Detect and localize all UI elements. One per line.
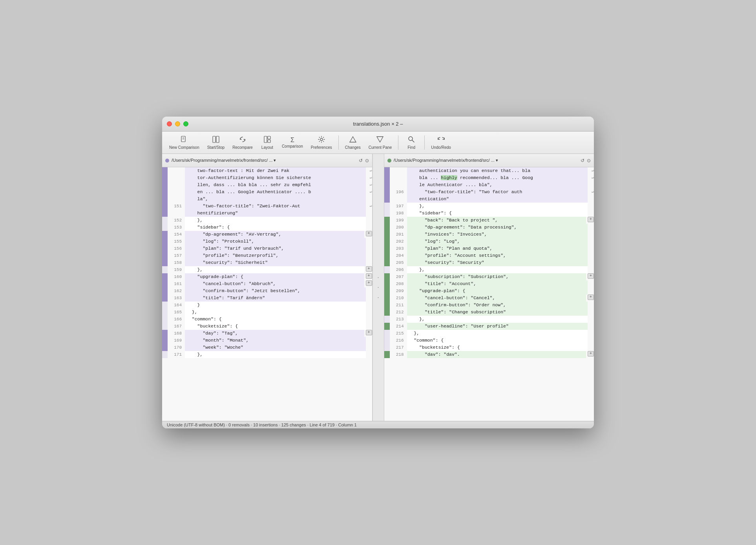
table-row: 204 "profile": "Account settings", — [384, 252, 594, 259]
line-content: "invoices": "Invoices", — [407, 231, 588, 238]
svg-marker-10 — [377, 137, 383, 142]
line-number — [390, 167, 407, 174]
line-content: "back": "Back to project ", — [407, 217, 586, 224]
add-line-button[interactable]: + — [366, 330, 372, 335]
line-number: 152 — [168, 217, 185, 224]
line-content: en ... bla ... Google Authenticator ....… — [185, 188, 366, 196]
line-number — [390, 174, 407, 181]
preferences-button[interactable]: Preferences — [308, 134, 335, 151]
add-line-button[interactable]: + — [588, 294, 594, 300]
table-row: 170 "week": "Woche" — [162, 344, 372, 351]
line-content: "common": { — [185, 316, 366, 323]
right-pane-settings-icon[interactable]: ⊙ — [587, 158, 591, 163]
line-number: 211 — [390, 302, 407, 309]
wrap-icon — [588, 280, 594, 287]
line-content: "common": { — [407, 337, 588, 344]
new-comparison-label: New Comparison — [169, 145, 199, 150]
start-stop-icon — [212, 135, 220, 144]
find-button[interactable]: Find — [402, 134, 421, 151]
current-pane-button[interactable]: Current Pane — [365, 134, 395, 151]
line-gutter — [162, 294, 168, 302]
table-row: 212 "title": "Change subscription" — [384, 309, 594, 316]
maximize-button[interactable] — [183, 121, 188, 126]
left-pane-settings-icon[interactable]: ⊙ — [365, 158, 369, 163]
wrap-icon — [366, 210, 372, 217]
line-content: "log": "Log", — [407, 238, 588, 245]
table-row: 152 }, — [162, 217, 372, 224]
table-row: 162 "confirm-button": "Jetzt bestellen", — [162, 287, 372, 294]
current-pane-icon — [376, 135, 384, 144]
comparison-button[interactable]: Σ Comparison — [279, 135, 306, 150]
line-content: "user-headline": "User profile" — [407, 323, 588, 330]
add-line-button[interactable]: + — [588, 217, 594, 222]
line-content: "sidebar": { — [185, 224, 366, 231]
line-gutter — [384, 316, 390, 323]
add-line-button[interactable]: + — [366, 266, 372, 272]
line-gutter — [384, 231, 390, 238]
line-content: "subscription": "Subscription", — [407, 273, 586, 280]
line-gutter — [162, 280, 168, 287]
table-row: hentifizierung" — [162, 210, 372, 217]
line-number: 171 — [168, 351, 185, 358]
line-gutter — [384, 252, 390, 259]
table-row: 203 "plan": "Plan and quota", — [384, 245, 594, 252]
add-line-button[interactable]: + — [366, 231, 372, 236]
line-number: 163 — [168, 294, 185, 302]
right-pane-refresh-icon[interactable]: ↺ — [581, 158, 584, 163]
add-line-button[interactable]: + — [588, 273, 594, 279]
svg-point-8 — [320, 138, 323, 141]
line-number: 206 — [390, 266, 407, 273]
table-row: 164 } — [162, 302, 372, 309]
wrap-icon: ↵ — [588, 174, 594, 181]
line-gutter — [162, 188, 168, 196]
line-content: "plan": "Tarif und Verbrauch", — [185, 245, 366, 252]
wrap-icon — [366, 294, 372, 302]
wrap-icon — [588, 323, 594, 330]
new-comparison-button[interactable]: New Comparison — [166, 134, 203, 151]
line-gutter — [384, 302, 390, 309]
line-content: "bucketsize": { — [407, 344, 588, 351]
recompare-button[interactable]: Recompare — [229, 134, 256, 151]
undo-redo-button[interactable]: Undo/Redo — [428, 134, 454, 151]
line-content: "confirm-button": "Jetzt bestellen", — [185, 287, 366, 294]
line-content: "two-factor-title": "Zwei-Faktor-Aut — [185, 203, 366, 210]
line-gutter — [384, 181, 390, 188]
left-pane: /Users/sk/Programming/marvelmetrix/front… — [162, 154, 373, 421]
left-pane-refresh-icon[interactable]: ↺ — [359, 158, 363, 163]
left-pane-body[interactable]: two-factor-text : Mit der Zwei Fak ↵ tor… — [162, 167, 372, 421]
line-gutter — [162, 337, 168, 344]
line-number: 198 — [390, 210, 407, 217]
layout-button[interactable]: Layout — [257, 134, 277, 151]
line-gutter — [162, 238, 168, 245]
table-row: 171 }, — [162, 351, 372, 358]
table-row: 213 }, — [384, 316, 594, 323]
start-stop-button[interactable]: Start/Stop — [204, 134, 228, 151]
line-number: 169 — [168, 337, 185, 344]
add-line-button[interactable]: + — [366, 273, 372, 279]
line-content: "security": "Sicherheit" — [185, 259, 366, 266]
changes-button[interactable]: Changes — [342, 134, 364, 151]
add-line-button[interactable]: + — [366, 280, 372, 286]
line-content: }, — [185, 351, 366, 358]
wrap-icon: ↵ — [366, 188, 372, 196]
line-content: }, — [185, 309, 366, 316]
line-content: "log": "Protokoll", — [185, 238, 366, 245]
wrap-icon — [588, 238, 594, 245]
toolbar-separator — [338, 135, 339, 150]
recompare-icon — [239, 135, 247, 144]
table-row: le Authenticator .... bla", — [384, 181, 594, 188]
table-row: tor-Authentifizierung können Sie sichers… — [162, 174, 372, 181]
right-pane-body[interactable]: authentication you can ensure that... bl… — [384, 167, 594, 421]
table-row: 166 "common": { — [162, 316, 372, 323]
line-gutter — [162, 316, 168, 323]
wrap-icon — [366, 316, 372, 323]
wrap-icon — [588, 302, 594, 309]
add-line-button[interactable]: + — [588, 351, 594, 357]
line-number: 197 — [390, 203, 407, 210]
table-row: 216 "common": { — [384, 337, 594, 344]
line-number: 159 — [168, 266, 185, 273]
minimize-button[interactable] — [175, 121, 180, 126]
close-button[interactable] — [167, 121, 172, 126]
line-number: 155 — [168, 238, 185, 245]
line-content: "security": "Security" — [407, 259, 588, 266]
